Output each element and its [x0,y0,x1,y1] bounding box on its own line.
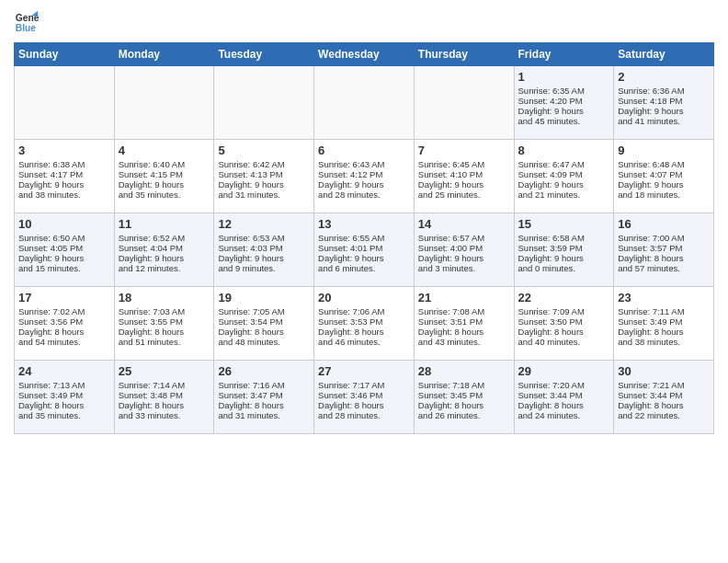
day-number: 7 [418,144,510,157]
day-info: and 40 minutes. [518,337,610,347]
calendar-cell: 28Sunrise: 7:18 AMSunset: 3:45 PMDayligh… [414,361,514,434]
calendar-cell: 29Sunrise: 7:20 AMSunset: 3:44 PMDayligh… [514,361,614,434]
day-number: 28 [418,364,510,378]
day-info: and 35 minutes. [18,410,110,420]
day-info: Daylight: 8 hours [18,400,110,410]
day-info: Sunset: 4:13 PM [218,169,310,179]
calendar-cell: 23Sunrise: 7:11 AMSunset: 3:49 PMDayligh… [614,287,714,361]
day-number: 3 [18,144,110,157]
day-info: Sunrise: 7:08 AM [418,306,510,316]
calendar-cell: 16Sunrise: 7:00 AMSunset: 3:57 PMDayligh… [614,213,714,287]
calendar-header-row: SundayMondayTuesdayWednesdayThursdayFrid… [15,43,714,66]
calendar-cell: 9Sunrise: 6:48 AMSunset: 4:07 PMDaylight… [614,140,714,213]
day-info: Daylight: 9 hours [518,179,610,190]
day-info: Daylight: 9 hours [418,179,510,190]
day-info: Sunset: 4:01 PM [318,243,410,253]
day-info: Sunrise: 7:02 AM [18,306,110,316]
day-number: 15 [518,217,610,231]
day-number: 1 [518,70,610,84]
logo-icon: General Blue [14,9,40,35]
calendar-cell: 3Sunrise: 6:38 AMSunset: 4:17 PMDaylight… [15,140,115,213]
day-info: Sunrise: 6:57 AM [418,233,510,243]
day-info: and 38 minutes. [618,337,710,347]
day-info: and 18 minutes. [618,190,710,200]
calendar-cell [114,66,214,140]
day-info: Sunrise: 6:53 AM [218,233,310,243]
day-info: Sunset: 4:15 PM [119,169,210,179]
calendar-cell: 30Sunrise: 7:21 AMSunset: 3:44 PMDayligh… [614,361,714,434]
day-info: Sunset: 3:57 PM [618,243,710,253]
day-info: Daylight: 9 hours [618,106,710,116]
day-info: Daylight: 9 hours [18,253,110,263]
day-info: Sunset: 3:56 PM [18,316,110,327]
day-info: and 31 minutes. [218,190,310,200]
day-number: 2 [618,70,710,84]
day-info: Daylight: 8 hours [418,327,510,337]
day-info: Sunrise: 6:45 AM [418,159,510,169]
day-info: Sunset: 3:47 PM [218,390,310,400]
day-info: Sunset: 3:54 PM [218,316,310,327]
day-info: Daylight: 9 hours [218,179,310,190]
day-info: Sunrise: 7:20 AM [518,380,610,390]
day-number: 29 [518,364,610,378]
day-number: 26 [218,364,310,378]
day-info: and 3 minutes. [418,263,510,273]
day-info: Sunset: 4:18 PM [618,96,710,106]
day-info: and 57 minutes. [618,263,710,273]
day-info: and 38 minutes. [18,190,110,200]
day-info: Daylight: 8 hours [218,327,310,337]
day-info: Sunrise: 6:55 AM [318,233,410,243]
day-info: Sunset: 3:44 PM [618,390,710,400]
day-number: 13 [318,217,410,231]
day-info: Daylight: 9 hours [418,253,510,263]
day-info: Daylight: 8 hours [318,400,410,410]
calendar-cell: 22Sunrise: 7:09 AMSunset: 3:50 PMDayligh… [514,287,614,361]
day-info: Sunrise: 7:05 AM [218,306,310,316]
day-number: 14 [418,217,510,231]
day-info: Daylight: 8 hours [518,327,610,337]
week-row-3: 10Sunrise: 6:50 AMSunset: 4:05 PMDayligh… [15,213,714,287]
calendar-cell: 24Sunrise: 7:13 AMSunset: 3:49 PMDayligh… [15,361,115,434]
day-info: Sunset: 4:12 PM [318,169,410,179]
day-info: Sunset: 3:53 PM [318,316,410,327]
day-number: 10 [18,217,110,231]
day-info: Sunrise: 6:52 AM [119,233,210,243]
day-number: 12 [218,217,310,231]
day-info: Sunset: 3:59 PM [518,243,610,253]
calendar-cell: 1Sunrise: 6:35 AMSunset: 4:20 PMDaylight… [514,66,614,140]
day-info: Sunrise: 7:17 AM [318,380,410,390]
day-info: Daylight: 9 hours [618,179,710,190]
day-number: 27 [318,364,410,378]
day-info: Sunset: 4:00 PM [418,243,510,253]
day-info: Sunset: 4:03 PM [218,243,310,253]
calendar-cell: 21Sunrise: 7:08 AMSunset: 3:51 PMDayligh… [414,287,514,361]
day-info: and 43 minutes. [418,337,510,347]
day-number: 9 [618,144,710,157]
day-info: Sunrise: 6:40 AM [119,159,210,169]
calendar-cell [414,66,514,140]
day-info: Sunrise: 7:03 AM [119,306,210,316]
day-number: 18 [119,291,210,304]
day-info: Sunset: 3:45 PM [418,390,510,400]
day-info: Daylight: 9 hours [218,253,310,263]
day-info: Sunrise: 6:48 AM [618,159,710,169]
day-info: Daylight: 8 hours [119,327,210,337]
day-info: Sunset: 4:04 PM [119,243,210,253]
calendar-cell: 5Sunrise: 6:42 AMSunset: 4:13 PMDaylight… [214,140,314,213]
week-row-2: 3Sunrise: 6:38 AMSunset: 4:17 PMDaylight… [15,140,714,213]
calendar-cell: 10Sunrise: 6:50 AMSunset: 4:05 PMDayligh… [15,213,115,287]
day-info: and 22 minutes. [618,410,710,420]
calendar-cell: 26Sunrise: 7:16 AMSunset: 3:47 PMDayligh… [214,361,314,434]
day-info: and 51 minutes. [119,337,210,347]
calendar-cell: 15Sunrise: 6:58 AMSunset: 3:59 PMDayligh… [514,213,614,287]
day-number: 4 [119,144,210,157]
header-thursday: Thursday [414,43,514,66]
day-info: and 25 minutes. [418,190,510,200]
day-info: and 28 minutes. [318,190,410,200]
calendar-cell: 27Sunrise: 7:17 AMSunset: 3:46 PMDayligh… [314,361,415,434]
day-info: and 0 minutes. [518,263,610,273]
calendar-cell: 17Sunrise: 7:02 AMSunset: 3:56 PMDayligh… [15,287,115,361]
day-info: Sunrise: 6:50 AM [18,233,110,243]
day-info: Daylight: 8 hours [618,327,710,337]
day-info: and 9 minutes. [218,263,310,273]
